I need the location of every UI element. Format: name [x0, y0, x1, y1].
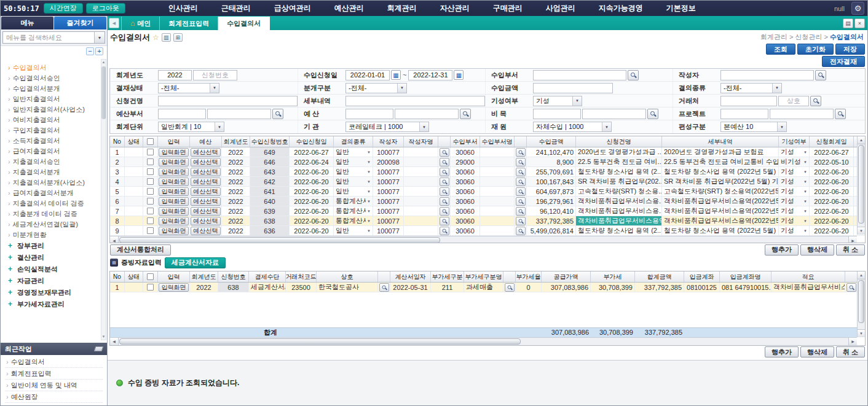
row-checkbox-cell[interactable]: [143, 157, 158, 166]
extend-time-button[interactable]: 시간연장: [44, 3, 83, 14]
sidebar-item[interactable]: ›수입결의서승인: [8, 73, 100, 84]
sidebar-item[interactable]: ›지출결의서분개: [8, 167, 100, 178]
scroll-right-icon[interactable]: ▶: [848, 236, 857, 243]
column-header[interactable]: [845, 271, 858, 282]
income-grid-vertical-scrollbar[interactable]: ▲ ▼: [857, 136, 865, 235]
evidence-grid-vertical-scrollbar[interactable]: ▲ ▼: [857, 271, 865, 337]
organization-select[interactable]: 코레일테크 | 1000▼: [345, 122, 429, 132]
project-code-input[interactable]: [720, 109, 768, 119]
budget-select-button[interactable]: 예산선택: [191, 158, 221, 166]
input-screen-button[interactable]: 입력화면: [159, 217, 189, 225]
budget-dept-code-input[interactable]: [158, 109, 206, 119]
cancel-button[interactable]: 취 소: [836, 244, 865, 256]
chevron-down-icon[interactable]: ▼: [94, 32, 105, 43]
budget-select-button[interactable]: 예산선택: [191, 187, 221, 196]
decision-type-select[interactable]: 일반▼: [336, 167, 371, 176]
input-screen-button[interactable]: 입력화면: [158, 226, 190, 235]
search-icon[interactable]: [440, 197, 449, 206]
gisung-select[interactable]: 기성▼: [779, 206, 810, 216]
column-header[interactable]: 입금계좌명: [720, 271, 771, 282]
row-checkbox-cell[interactable]: [143, 167, 158, 176]
column-header[interactable]: 수입신청번호: [250, 136, 290, 147]
date-to-input[interactable]: 2022-12-31: [408, 70, 452, 80]
scroll-thumb[interactable]: [119, 237, 440, 243]
sidebar-scrollbar[interactable]: ▲ ▼: [101, 59, 106, 340]
search-icon[interactable]: [516, 197, 526, 206]
tab-income-resolution[interactable]: 수입결의서: [218, 17, 270, 30]
add-row-button[interactable]: 행추가: [765, 244, 799, 256]
search-icon[interactable]: [516, 168, 526, 176]
sidebar-item[interactable]: ›여비지출결의서: [8, 115, 100, 125]
writer-search-cell[interactable]: [438, 197, 451, 206]
column-header[interactable]: 상태: [125, 271, 143, 282]
sidebar-group[interactable]: +부가세자료관리: [8, 299, 100, 310]
input-screen-button[interactable]: 입력화면: [158, 167, 190, 176]
gisung-select[interactable]: 비기성▼: [779, 157, 810, 166]
calendar-icon[interactable]: ▦: [454, 70, 464, 80]
delete-row-button[interactable]: 행삭제: [800, 346, 834, 357]
input-screen-button[interactable]: 입력화면: [158, 283, 190, 292]
select-all-checkbox[interactable]: [147, 273, 154, 280]
column-header[interactable]: 적요: [771, 271, 845, 282]
income-grid-row[interactable]: 3입력화면예산선택20226432022-06-20일반▼10007730060…: [110, 167, 865, 177]
approval-status-select[interactable]: -전체-▼: [158, 83, 219, 93]
detail-input[interactable]: [345, 96, 485, 106]
search-icon[interactable]: [272, 109, 283, 119]
column-header[interactable]: 예산: [190, 136, 222, 147]
sidebar-item[interactable]: ›미분개현황: [8, 230, 100, 240]
budget-select-button[interactable]: 예산선택: [191, 207, 221, 216]
decision-type-select[interactable]: 일반▼: [334, 147, 373, 157]
search-icon[interactable]: [516, 148, 526, 157]
logout-button[interactable]: 로그아웃: [86, 3, 125, 14]
column-header[interactable]: 결의종류: [334, 136, 373, 147]
evidence-grid-horizontal-scrollbar[interactable]: ◀ ▶: [110, 337, 857, 345]
sidebar-item[interactable]: ›지출결의서승인: [8, 157, 100, 167]
sidebar-item[interactable]: ›지출분개 데이터 검증: [8, 209, 100, 219]
row-checkbox[interactable]: [147, 158, 154, 165]
scroll-up-icon[interactable]: ▲: [858, 136, 865, 144]
column-header[interactable]: 기성여부: [779, 136, 810, 147]
income-grid-row[interactable]: 6입력화면예산선택20226402022-06-20통합계산서▼10007730…: [110, 197, 865, 206]
row-checkbox[interactable]: [147, 178, 154, 185]
top-menu-item[interactable]: 자산관리: [428, 3, 481, 14]
tax-invoice-button[interactable]: 세금계산서자료: [165, 257, 226, 268]
gisung-select[interactable]: 기성▼: [533, 96, 582, 106]
tab-scroll-left-button[interactable]: ◀: [109, 18, 119, 28]
row-checkbox-cell[interactable]: [143, 147, 158, 157]
search-icon[interactable]: [505, 283, 515, 292]
column-header[interactable]: 회계년도: [222, 136, 250, 147]
sidebar-group[interactable]: +손익실적분석: [8, 264, 100, 275]
sidebar-tab-favorites[interactable]: 즐겨찾기: [54, 17, 106, 29]
row-checkbox-cell[interactable]: [143, 197, 158, 206]
income-grid-row[interactable]: 4입력화면예산선택20226422022-06-20일반▼10007730060…: [110, 177, 865, 187]
income-grid-row[interactable]: 9입력화면예산선택20226362022-06-20일반▼10007730060…: [110, 226, 865, 236]
gisung-select[interactable]: 기성▼: [781, 226, 807, 235]
row-checkbox-cell[interactable]: [143, 216, 158, 225]
row-checkbox[interactable]: [147, 217, 154, 224]
column-header[interactable]: 수입부서: [451, 136, 480, 147]
select-all-checkbox[interactable]: [147, 138, 154, 145]
row-checkbox[interactable]: [147, 284, 154, 291]
reset-button[interactable]: 초기화: [797, 44, 834, 55]
search-icon[interactable]: [835, 109, 846, 119]
decision-type-select[interactable]: 통합계산서▼: [336, 216, 371, 225]
scroll-up-icon[interactable]: ▲: [102, 60, 106, 65]
vat-search-cell[interactable]: [503, 283, 516, 292]
gisung-select[interactable]: 기성▼: [781, 187, 807, 196]
column-header[interactable]: 수입금액: [527, 136, 576, 147]
writer-search-cell[interactable]: [438, 167, 451, 176]
scroll-thumb[interactable]: [101, 66, 106, 119]
scroll-up-icon[interactable]: ▲: [858, 271, 865, 279]
search-button[interactable]: 조회: [766, 44, 795, 55]
collapse-all-button[interactable]: −: [86, 47, 94, 55]
decision-type-select[interactable]: 통합계산서▼: [334, 206, 373, 216]
column-header[interactable]: No: [110, 271, 125, 282]
scroll-left-icon[interactable]: ◀: [110, 338, 119, 345]
search-icon[interactable]: [440, 168, 449, 176]
note-search-cell[interactable]: [845, 283, 858, 292]
project-name-input[interactable]: [770, 109, 834, 119]
budget-select-button[interactable]: 예산선택: [190, 187, 222, 196]
column-header[interactable]: 수입부서명: [480, 136, 515, 147]
income-amount-input[interactable]: [533, 83, 613, 93]
row-checkbox-cell[interactable]: [143, 226, 158, 235]
